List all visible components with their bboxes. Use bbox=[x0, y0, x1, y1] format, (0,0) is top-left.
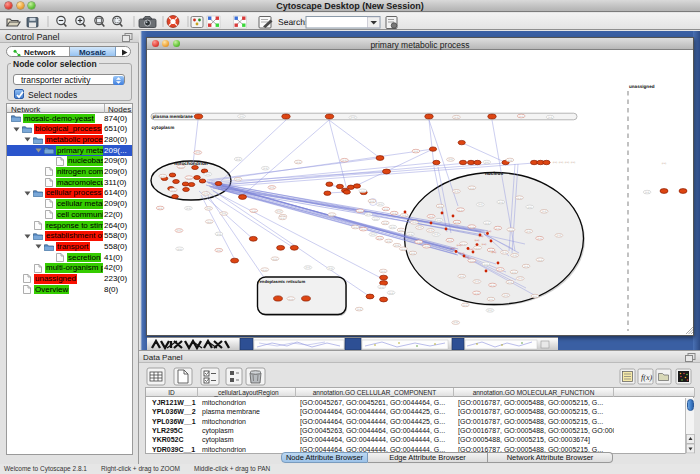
svg-text:(x,x): (x,x) bbox=[418, 226, 423, 229]
svg-text:(x,x): (x,x) bbox=[239, 115, 244, 118]
svg-text:(x,x): (x,x) bbox=[392, 212, 397, 215]
svg-text:(x,x): (x,x) bbox=[518, 277, 523, 280]
svg-text:(x,x): (x,x) bbox=[528, 206, 533, 209]
svg-text:(x,x): (x,x) bbox=[512, 254, 517, 257]
svg-text:(x,x): (x,x) bbox=[306, 266, 311, 269]
svg-text:(x,x): (x,x) bbox=[662, 162, 667, 165]
svg-text:(x,x): (x,x) bbox=[187, 177, 192, 180]
svg-text:(x,x): (x,x) bbox=[289, 298, 294, 301]
svg-text:(x,x): (x,x) bbox=[389, 292, 394, 295]
svg-text:(x,x): (x,x) bbox=[538, 259, 543, 262]
svg-text:(x,x): (x,x) bbox=[384, 208, 389, 211]
svg-text:(x,x): (x,x) bbox=[548, 116, 553, 119]
svg-text:(x,x): (x,x) bbox=[517, 197, 522, 200]
svg-text:(x,x): (x,x) bbox=[475, 247, 480, 250]
svg-text:(x,x): (x,x) bbox=[222, 212, 227, 215]
svg-text:cytoplasm: cytoplasm bbox=[152, 125, 175, 130]
svg-text:(x,x): (x,x) bbox=[381, 270, 386, 273]
svg-text:(x,x): (x,x) bbox=[378, 203, 383, 206]
svg-text:(x,x): (x,x) bbox=[391, 226, 396, 229]
svg-text:(x,x): (x,x) bbox=[351, 116, 356, 119]
svg-text:(x,x): (x,x) bbox=[196, 151, 201, 154]
svg-text:(x,x): (x,x) bbox=[374, 218, 379, 221]
svg-text:(x,x): (x,x) bbox=[537, 237, 542, 240]
svg-text:(x,x): (x,x) bbox=[399, 229, 404, 232]
svg-text:(x,x): (x,x) bbox=[458, 209, 463, 212]
svg-text:(x,x): (x,x) bbox=[470, 226, 475, 229]
svg-text:(x,x): (x,x) bbox=[455, 221, 460, 224]
svg-text:(x,x): (x,x) bbox=[206, 173, 211, 176]
svg-text:(x,x): (x,x) bbox=[496, 227, 501, 230]
svg-text:(x,x): (x,x) bbox=[186, 207, 191, 210]
svg-text:(x,x): (x,x) bbox=[414, 150, 419, 153]
svg-text:(x,x): (x,x) bbox=[490, 284, 495, 287]
svg-text:(x,x): (x,x) bbox=[504, 294, 509, 297]
svg-text:(x,x): (x,x) bbox=[454, 116, 459, 119]
svg-text:(x,x): (x,x) bbox=[437, 219, 442, 222]
svg-text:(x,x): (x,x) bbox=[470, 187, 475, 190]
svg-text:(x,x): (x,x) bbox=[474, 292, 479, 295]
svg-text:(x,x): (x,x) bbox=[645, 191, 650, 194]
svg-text:(x,x): (x,x) bbox=[161, 175, 166, 178]
svg-text:(x,x): (x,x) bbox=[457, 244, 462, 247]
svg-text:(x,x): (x,x) bbox=[206, 207, 211, 210]
svg-text:(x,x): (x,x) bbox=[508, 159, 513, 162]
svg-text:(x,x): (x,x) bbox=[158, 207, 163, 210]
svg-text:(x,x): (x,x) bbox=[411, 252, 416, 255]
svg-text:(x,x): (x,x) bbox=[508, 281, 513, 284]
svg-text:(x,x): (x,x) bbox=[557, 234, 562, 237]
svg-text:(x,x): (x,x) bbox=[177, 229, 182, 232]
svg-text:(x,x): (x,x) bbox=[460, 275, 465, 278]
svg-text:f(x): f(x) bbox=[641, 373, 652, 382]
svg-text:(x,x): (x,x) bbox=[429, 215, 434, 218]
svg-text:(x,x): (x,x) bbox=[438, 205, 443, 208]
svg-text:(x,x): (x,x) bbox=[488, 309, 493, 312]
svg-text:(x,x): (x,x) bbox=[475, 239, 480, 242]
svg-text:(x,x): (x,x) bbox=[485, 161, 490, 164]
svg-text:(x,x): (x,x) bbox=[329, 267, 334, 270]
svg-text:(x,x): (x,x) bbox=[417, 241, 422, 244]
svg-text:(x,x): (x,x) bbox=[519, 115, 524, 118]
svg-text:(x,x): (x,x) bbox=[273, 258, 278, 261]
svg-text:(x,x): (x,x) bbox=[177, 248, 182, 251]
svg-text:(x,x): (x,x) bbox=[475, 280, 480, 283]
svg-text:(x,x): (x,x) bbox=[448, 158, 453, 161]
svg-text:(x,x): (x,x) bbox=[358, 210, 363, 213]
svg-text:(x,x): (x,x) bbox=[527, 230, 532, 233]
svg-text:(x,x): (x,x) bbox=[366, 213, 371, 216]
svg-text:(x,x): (x,x) bbox=[179, 166, 184, 169]
svg-text:(x,x): (x,x) bbox=[465, 256, 470, 259]
svg-text:(x,x): (x,x) bbox=[370, 200, 375, 203]
svg-text:(x,x): (x,x) bbox=[463, 304, 468, 307]
svg-text:(x,x): (x,x) bbox=[571, 161, 576, 164]
svg-text:(x,x): (x,x) bbox=[361, 228, 366, 231]
svg-text:endoplasmic reticulum: endoplasmic reticulum bbox=[260, 279, 306, 284]
svg-text:(x,x): (x,x) bbox=[448, 239, 453, 242]
svg-text:(x,x): (x,x) bbox=[499, 201, 504, 204]
svg-text:(x,x): (x,x) bbox=[454, 190, 459, 193]
svg-text:(x,x): (x,x) bbox=[207, 221, 212, 224]
svg-text:(x,x): (x,x) bbox=[492, 251, 497, 254]
svg-text:(x,x): (x,x) bbox=[252, 210, 257, 213]
svg-text:(x,x): (x,x) bbox=[502, 251, 507, 254]
svg-text:(x,x): (x,x) bbox=[498, 268, 503, 271]
svg-text:(x,x): (x,x) bbox=[342, 159, 347, 162]
svg-text:(x,x): (x,x) bbox=[470, 260, 475, 263]
svg-text:(x,x): (x,x) bbox=[482, 243, 487, 246]
svg-text:(x,x): (x,x) bbox=[263, 167, 268, 170]
svg-text:(x,x): (x,x) bbox=[378, 237, 383, 240]
svg-text:(x,x): (x,x) bbox=[428, 229, 433, 232]
svg-text:(x,x): (x,x) bbox=[277, 210, 282, 213]
svg-text:(x,x): (x,x) bbox=[371, 233, 376, 236]
svg-text:(x,x): (x,x) bbox=[454, 321, 459, 324]
svg-text:Search:: Search: bbox=[278, 17, 307, 27]
svg-text:(x,x): (x,x) bbox=[460, 252, 465, 255]
svg-text:(x,x): (x,x) bbox=[524, 265, 529, 268]
svg-text:(x,x): (x,x) bbox=[330, 214, 335, 217]
svg-text:(x,x): (x,x) bbox=[395, 244, 400, 247]
svg-text:(x,x): (x,x) bbox=[478, 203, 483, 206]
svg-text:(x,x): (x,x) bbox=[461, 243, 466, 246]
svg-text:(x,x): (x,x) bbox=[412, 221, 417, 224]
svg-text:(x,x): (x,x) bbox=[485, 222, 490, 225]
svg-text:(x,x): (x,x) bbox=[533, 295, 538, 298]
